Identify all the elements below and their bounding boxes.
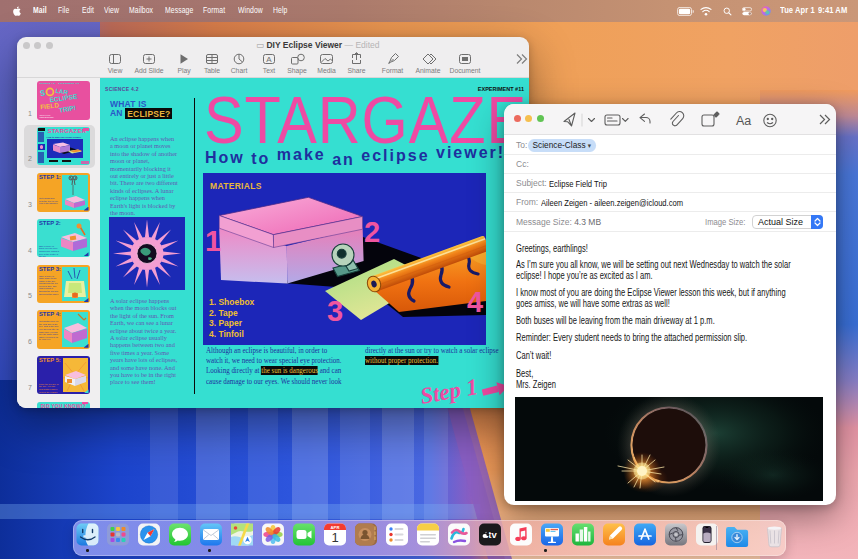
svg-text:tv: tv bbox=[488, 529, 497, 540]
svg-text:TRIP!: TRIP! bbox=[58, 104, 76, 114]
svg-text:3: 3 bbox=[327, 295, 343, 327]
svg-text:4: 4 bbox=[467, 286, 483, 318]
svg-text:1: 1 bbox=[205, 225, 221, 257]
svg-text:1: 1 bbox=[331, 530, 338, 545]
svg-text:2: 2 bbox=[364, 216, 380, 248]
svg-text:A: A bbox=[266, 55, 272, 64]
svg-text:FIELD: FIELD bbox=[39, 101, 59, 110]
svg-text:Aa: Aa bbox=[736, 114, 751, 128]
svg-text:S: S bbox=[38, 88, 45, 98]
